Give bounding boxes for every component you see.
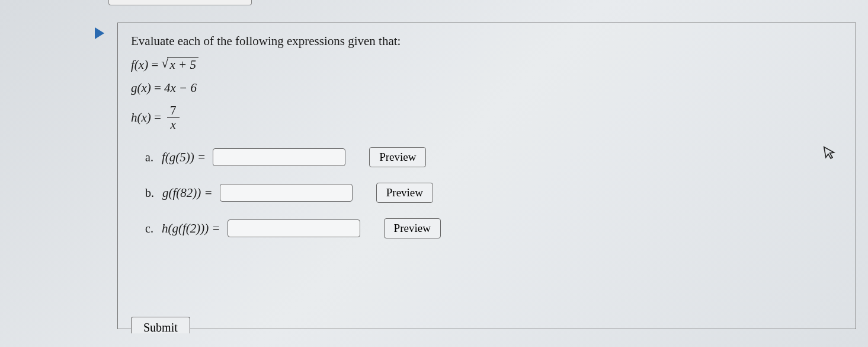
- g-rhs: 4x − 6: [164, 81, 197, 95]
- g-eq: =: [153, 81, 162, 95]
- g-lhs: g(x): [131, 81, 151, 95]
- definition-g: g(x) = 4x − 6: [131, 81, 843, 95]
- sqrt-icon: √ x + 5: [161, 57, 198, 72]
- part-c-letter: c.: [145, 222, 153, 235]
- part-b-row: b. g(f(82)) = Preview: [145, 183, 843, 203]
- f-eq: =: [150, 58, 159, 72]
- f-lhs: f(x): [131, 58, 148, 72]
- part-b-preview-button[interactable]: Preview: [376, 183, 433, 203]
- question-intro: Evaluate each of the following expressio…: [131, 34, 843, 49]
- part-b-letter: b.: [145, 186, 154, 200]
- definition-f: f(x) = √ x + 5: [131, 57, 843, 72]
- play-icon[interactable]: [95, 27, 104, 39]
- part-b-expr: g(f(82)) =: [162, 186, 213, 200]
- h-num: 7: [166, 104, 180, 117]
- submit-button[interactable]: Submit: [131, 317, 190, 333]
- f-sqrt-arg: x + 5: [167, 57, 198, 72]
- h-den: x: [167, 117, 180, 132]
- post-to-forum-button-fragment[interactable]: [108, 0, 252, 5]
- part-c-preview-button[interactable]: Preview: [384, 218, 441, 238]
- part-c-expr: h(g(f(2))) =: [162, 221, 220, 236]
- part-c-row: c. h(g(f(2))) = Preview: [145, 218, 843, 238]
- definition-h: h(x) = 7 x: [131, 104, 843, 132]
- part-a-input[interactable]: [213, 148, 345, 166]
- h-lhs: h(x): [131, 110, 151, 125]
- part-a-letter: a.: [145, 151, 153, 164]
- part-a-expr: f(g(5)) =: [162, 150, 206, 165]
- part-b-input[interactable]: [220, 184, 353, 202]
- part-a-preview-button[interactable]: Preview: [369, 147, 426, 167]
- part-c-input[interactable]: [228, 219, 360, 237]
- part-a-row: a. f(g(5)) = Preview: [145, 147, 843, 167]
- question-panel: Evaluate each of the following expressio…: [117, 23, 856, 329]
- h-eq: =: [153, 110, 162, 125]
- fraction-icon: 7 x: [166, 104, 180, 132]
